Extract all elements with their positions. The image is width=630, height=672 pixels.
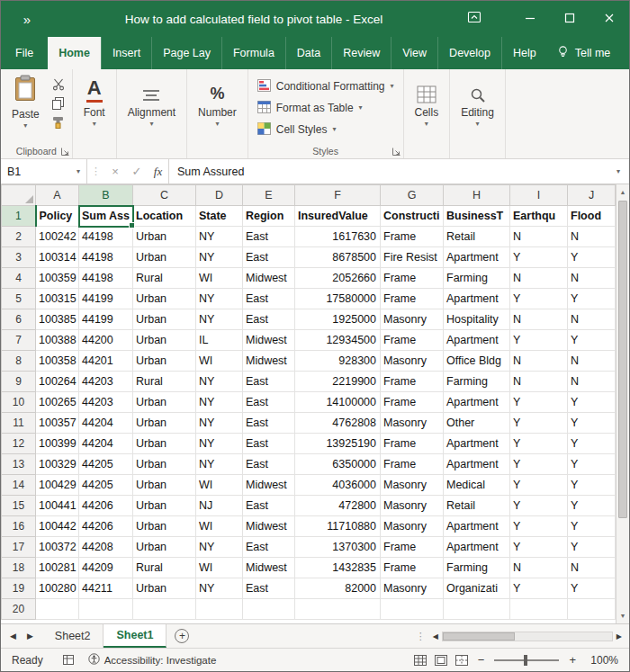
cell-J13[interactable]: Y [568,454,616,475]
cell-A16[interactable]: 100442 [36,516,79,537]
row-header-4[interactable]: 4 [2,268,36,289]
cell-C8[interactable]: Urban [133,351,196,372]
cell-C18[interactable]: Rural [133,558,196,578]
cell-G5[interactable]: Frame [381,289,444,309]
ribbon-tab-review[interactable]: Review [331,37,391,69]
zoom-slider-thumb[interactable] [524,655,527,666]
cell-F13[interactable]: 6350000 [295,454,381,475]
cell-G7[interactable]: Frame [381,330,444,351]
cell-A15[interactable]: 100441 [36,496,79,516]
cell-D11[interactable]: NY [196,413,243,434]
cell-I2[interactable]: N [510,227,568,247]
cell-E3[interactable]: East [243,247,295,268]
editing-button[interactable]: Editing ▾ [455,73,500,130]
cell-A2[interactable]: 100242 [36,227,79,247]
cell-E4[interactable]: Midwest [243,268,295,289]
cell-A8[interactable]: 100358 [36,351,79,372]
cell-E11[interactable]: East [243,413,295,434]
ribbon-tab-data[interactable]: Data [285,37,331,69]
row-header-5[interactable]: 5 [2,289,36,309]
cell-A9[interactable]: 100264 [36,372,79,392]
cell-C14[interactable]: Urban [133,475,196,496]
ribbon-tab-insert[interactable]: Insert [101,37,151,69]
cell-I10[interactable]: Y [510,392,568,413]
row-header-1[interactable]: 1 [2,206,36,227]
cell-D10[interactable]: NY [196,392,243,413]
cell-F10[interactable]: 14100000 [295,392,381,413]
column-header-H[interactable]: H [444,185,510,206]
column-header-B[interactable]: B [79,185,133,206]
cell-C13[interactable]: Urban [133,454,196,475]
cell-G10[interactable]: Frame [381,392,444,413]
cell-E7[interactable]: Midwest [243,330,295,351]
cell-J16[interactable]: Y [568,516,616,537]
cell-B5[interactable]: 44199 [79,289,133,309]
cell-I14[interactable]: Y [510,475,568,496]
row-header-19[interactable]: 19 [2,578,36,599]
cell-B13[interactable]: 44205 [79,454,133,475]
cell-G3[interactable]: Fire Resist [381,247,444,268]
share-button[interactable]: Share [619,37,630,69]
cell-J8[interactable]: N [568,351,616,372]
cell-D18[interactable]: WI [196,558,243,578]
cell-F5[interactable]: 17580000 [295,289,381,309]
cell-D2[interactable]: NY [196,227,243,247]
enter-button[interactable]: ✓ [126,159,148,184]
cell-F12[interactable]: 13925190 [295,434,381,454]
formula-input[interactable]: Sum Assured [169,159,608,184]
cell-styles-button[interactable]: Cell Styles ▾ [254,119,340,140]
cell-H20[interactable] [444,599,510,620]
cancel-button[interactable]: × [104,159,126,184]
cell-D3[interactable]: NY [196,247,243,268]
cell-G14[interactable]: Masonry [381,475,444,496]
column-header-I[interactable]: I [510,185,568,206]
row-header-8[interactable]: 8 [2,351,36,372]
tab-scrollbar-splitter[interactable]: ⋮ [410,624,431,648]
cell-A20[interactable] [36,599,79,620]
cell-B20[interactable] [79,599,133,620]
cell-I4[interactable]: N [510,268,568,289]
cell-G12[interactable]: Frame [381,434,444,454]
vertical-scrollbar[interactable]: ▲ ▼ [616,184,629,623]
scroll-left-button[interactable]: ◀ [433,632,438,641]
cell-G2[interactable]: Frame [381,227,444,247]
cell-D14[interactable]: WI [196,475,243,496]
column-header-J[interactable]: J [568,185,616,206]
cell-C3[interactable]: Urban [133,247,196,268]
cell-E14[interactable]: Midwest [243,475,295,496]
cell-C4[interactable]: Rural [133,268,196,289]
cell-A11[interactable]: 100357 [36,413,79,434]
cell-D5[interactable]: NY [196,289,243,309]
cell-D19[interactable]: NY [196,578,243,599]
sheet-nav-right-button[interactable]: ▶ [27,632,33,641]
cells-button[interactable]: Cells ▾ [410,73,445,130]
row-header-11[interactable]: 11 [2,413,36,434]
cell-E9[interactable]: East [243,372,295,392]
row-header-3[interactable]: 3 [2,247,36,268]
cell-J10[interactable]: Y [568,392,616,413]
cell-F17[interactable]: 1370300 [295,537,381,558]
cell-C11[interactable]: Urban [133,413,196,434]
cell-F9[interactable]: 2219900 [295,372,381,392]
ribbon-tab-page-layout[interactable]: Page Lay [151,37,221,69]
cell-A14[interactable]: 100429 [36,475,79,496]
page-break-view-button[interactable] [455,655,468,666]
row-header-15[interactable]: 15 [2,496,36,516]
cell-B12[interactable]: 44204 [79,434,133,454]
sheet-tab-sheet1[interactable]: Sheet1 [104,624,166,648]
row-header-20[interactable]: 20 [2,599,36,620]
minimize-button[interactable] [510,1,550,37]
cell-H13[interactable]: Apartment [444,454,510,475]
cell-H12[interactable]: Apartment [444,434,510,454]
cell-E10[interactable]: East [243,392,295,413]
cell-B6[interactable]: 44199 [79,309,133,330]
macro-record-button[interactable] [56,655,81,665]
zoom-out-button[interactable]: − [476,653,487,667]
cell-I9[interactable]: N [510,372,568,392]
cell-C9[interactable]: Rural [133,372,196,392]
row-header-17[interactable]: 17 [2,537,36,558]
cell-C12[interactable]: Urban [133,434,196,454]
cell-B8[interactable]: 44201 [79,351,133,372]
row-header-9[interactable]: 9 [2,372,36,392]
cell-A17[interactable]: 100372 [36,537,79,558]
